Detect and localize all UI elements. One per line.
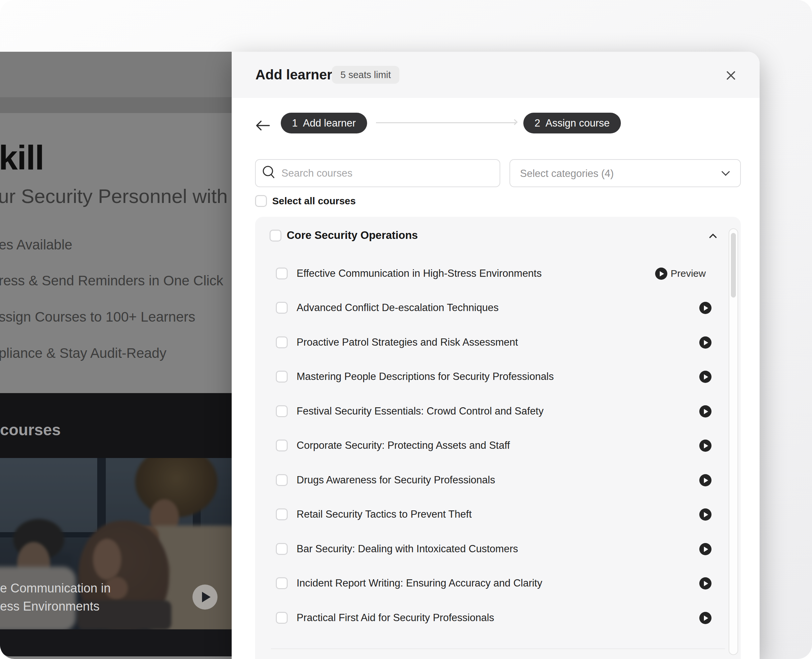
page-subheader-band [0, 97, 232, 113]
course-row: Proactive Patrol Strategies and Risk Ass… [255, 331, 723, 354]
chevron-down-icon [721, 167, 730, 176]
course-row: Bar Security: Dealing with Intoxicated C… [255, 537, 723, 561]
preview-play-button[interactable] [699, 543, 711, 555]
page-bullet-2: ress & Send Reminders in One Click [0, 273, 232, 289]
group-checkbox[interactable] [270, 230, 281, 241]
course-title: Bar Security: Dealing with Intoxicated C… [296, 543, 518, 555]
step-2-pill[interactable]: 2 Assign course [523, 113, 621, 134]
search-courses-input[interactable] [281, 160, 492, 186]
course-row: Festival Security Essentials: Crowd Cont… [255, 399, 723, 423]
arrow-head-icon [511, 119, 517, 125]
course-title: Corporate Security: Protecting Assets an… [296, 440, 510, 451]
close-button[interactable] [724, 69, 738, 82]
step-2-number: 2 [535, 117, 540, 129]
play-icon [660, 271, 664, 276]
preview-play-button[interactable] [699, 440, 711, 452]
course-checkbox[interactable] [276, 612, 288, 624]
select-all-label: Select all courses [272, 195, 356, 207]
preview-play-button[interactable] [699, 474, 711, 486]
course-checkbox[interactable] [276, 577, 288, 589]
close-icon [725, 69, 737, 81]
video-thumbnail-image: e Communication in ess Environments [0, 458, 232, 629]
course-row: Advanced Conflict De-escalation Techniqu… [255, 296, 723, 320]
course-checkbox[interactable] [276, 405, 288, 417]
course-group-card: Core Security Operations Effective Commu… [255, 217, 741, 659]
preview-play-button[interactable] [699, 370, 711, 383]
modal-header: Add learner 5 seats limit [232, 52, 760, 98]
course-checkbox[interactable] [276, 543, 288, 555]
video-title-line-2: ess Environments [0, 599, 99, 613]
play-icon [704, 547, 708, 552]
step-1-number: 1 [292, 117, 298, 129]
step-2-label: Assign course [546, 117, 610, 129]
group-title: Core Security Operations [287, 229, 418, 241]
course-video-card[interactable]: e Communication in ess Environments [0, 458, 232, 656]
course-title: Incident Report Writing: Ensuring Accura… [296, 577, 542, 589]
play-icon [202, 592, 211, 602]
screen: kill ur Security Personnel with es Avail… [0, 0, 812, 659]
video-play-button[interactable] [192, 585, 218, 610]
preview-label[interactable]: Preview [671, 268, 706, 279]
play-icon [704, 512, 708, 517]
course-row: Corporate Security: Protecting Assets an… [255, 434, 723, 457]
play-icon [704, 443, 708, 448]
page-header-band [0, 52, 232, 97]
step-1-label: Add learner [303, 117, 356, 129]
page-bullet-1: es Available [0, 237, 232, 253]
categories-select[interactable]: Select categories (4) [509, 159, 741, 187]
course-title: Festival Security Essentials: Crowd Cont… [296, 405, 543, 417]
list-scrollbar-thumb[interactable] [731, 233, 736, 298]
search-icon [261, 164, 276, 181]
course-title: Advanced Conflict De-escalation Techniqu… [296, 302, 498, 314]
preview-play-button[interactable] [699, 405, 711, 418]
page-subheading-fragment: ur Security Personnel with [0, 185, 232, 208]
play-icon [704, 478, 708, 483]
course-title: Retail Security Tactics to Prevent Theft [296, 508, 471, 520]
course-checkbox[interactable] [276, 474, 288, 486]
course-checkbox[interactable] [276, 268, 288, 279]
add-learner-modal: Add learner 5 seats limit 1 Add learner … [232, 52, 760, 659]
back-button[interactable] [255, 120, 271, 131]
video-caption-area [0, 629, 232, 656]
list-scrollbar-track[interactable] [728, 229, 738, 655]
select-all-checkbox[interactable] [255, 195, 267, 207]
course-title: Effective Communication in High-Stress E… [296, 268, 542, 279]
play-icon [704, 306, 708, 311]
preview-play-button[interactable] [655, 268, 667, 280]
page-bullet-4: pliance & Stay Audit-Ready [0, 345, 232, 361]
course-title: Practical First Aid for Security Profess… [296, 612, 494, 624]
preview-play-button[interactable] [699, 577, 711, 590]
course-title: Mastering People Descriptions for Securi… [296, 370, 554, 383]
course-checkbox[interactable] [276, 336, 288, 348]
courses-section-label: courses [0, 421, 61, 439]
chevron-up-icon[interactable] [709, 233, 717, 241]
play-icon [704, 409, 708, 414]
preview-play-button[interactable] [699, 336, 711, 348]
course-title: Drugs Awareness for Security Professiona… [296, 474, 495, 486]
categories-select-value: Select categories (4) [520, 168, 613, 180]
course-row: Incident Report Writing: Ensuring Accura… [255, 571, 723, 595]
modal-title: Add learner [255, 67, 332, 83]
course-checkbox[interactable] [276, 302, 288, 314]
group-divider [271, 648, 725, 649]
play-icon [704, 615, 708, 621]
preview-play-button[interactable] [699, 612, 711, 624]
play-icon [704, 374, 708, 380]
seats-limit-badge: 5 seats limit [332, 66, 399, 84]
video-title-line-1: e Communication in [0, 581, 111, 595]
course-title: Proactive Patrol Strategies and Risk Ass… [296, 336, 518, 348]
preview-play-button[interactable] [699, 508, 711, 520]
play-icon [704, 581, 708, 586]
course-checkbox[interactable] [276, 508, 288, 520]
step-connector-arrow [376, 122, 516, 123]
step-1-pill[interactable]: 1 Add learner [281, 113, 367, 134]
play-icon [704, 340, 708, 345]
course-row: Effective Communication in High-Stress E… [255, 262, 723, 285]
course-row: Mastering People Descriptions for Securi… [255, 365, 723, 388]
course-row: Drugs Awareness for Security Professiona… [255, 468, 723, 492]
course-checkbox[interactable] [276, 370, 288, 383]
course-checkbox[interactable] [276, 440, 288, 451]
course-row: Practical First Aid for Security Profess… [255, 606, 723, 630]
preview-play-button[interactable] [699, 302, 711, 314]
select-all-row: Select all courses [255, 195, 356, 207]
